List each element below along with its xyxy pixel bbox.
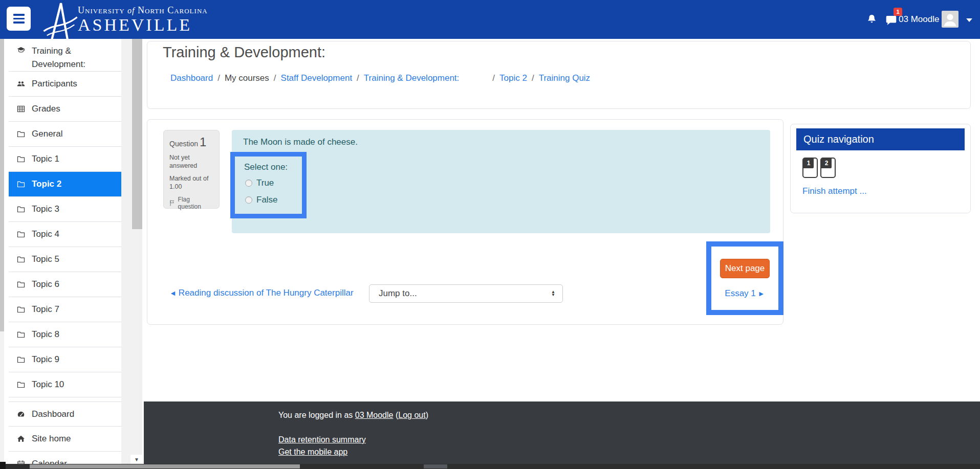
get-mobile-app-link[interactable]: Get the mobile app	[278, 448, 347, 456]
grades-table-icon	[17, 105, 25, 113]
quiznav-question-1-button[interactable]: 1	[802, 158, 818, 178]
breadcrumb-separator: /	[532, 73, 534, 83]
finish-attempt-link[interactable]: Finish attempt ...	[802, 186, 867, 196]
question-number-line: Question1	[169, 135, 213, 149]
data-retention-link-row: Data retention summary	[278, 435, 366, 444]
sidebar-item-grades[interactable]: Grades	[9, 97, 121, 122]
sidebar-item-label: Topic 8	[32, 329, 59, 340]
question-2-number: 2	[821, 159, 832, 168]
flag-question-link[interactable]: Flag question	[169, 196, 213, 210]
page-footer	[144, 401, 980, 469]
sidebar-item-participants[interactable]: Participants	[9, 72, 121, 97]
horizontal-scrollbar-segment	[424, 464, 447, 468]
sidebar-item-label: Topic 9	[32, 354, 59, 365]
horizontal-scrollbar-thumb[interactable]	[30, 464, 300, 468]
sidebar-item-label: Topic 3	[32, 204, 59, 214]
folder-icon	[17, 381, 25, 389]
page-title: Training & Development:	[163, 44, 325, 61]
answer-prompt: Select one:	[244, 162, 288, 172]
sidebar-item-topic7[interactable]: Topic 7	[9, 297, 121, 322]
quiznav-question-2-button[interactable]: 2	[820, 158, 836, 178]
sidebar-item-label: Grades	[32, 104, 60, 114]
sidebar-item-label: Topic 6	[32, 279, 59, 289]
sidebar-item-topic10[interactable]: Topic 10	[9, 372, 121, 397]
scroll-down-arrow-icon: ▼	[134, 457, 139, 462]
folder-icon	[17, 130, 25, 138]
users-icon	[17, 80, 25, 88]
folder-icon	[17, 205, 25, 213]
breadcrumb-training-quiz[interactable]: Training Quiz	[539, 73, 590, 83]
folder-icon	[17, 180, 25, 188]
sidebar-item-course[interactable]: Training & Development:	[9, 39, 121, 72]
sidebar-item-dashboard[interactable]: Dashboard	[9, 401, 121, 427]
sidebar-section-gap	[9, 397, 121, 401]
sidebar-item-label: Topic 7	[32, 304, 59, 315]
breadcrumb-separator: /	[492, 73, 495, 83]
sidebar-item-label: Topic 10	[32, 379, 64, 390]
sidebar-item-label: Training & Development:	[32, 44, 94, 72]
breadcrumb-topic2[interactable]: Topic 2	[499, 73, 527, 83]
option-true[interactable]: True	[245, 178, 274, 188]
sidebar-item-label: Dashboard	[32, 409, 74, 419]
menu-toggle-button[interactable]	[7, 7, 31, 31]
avatar[interactable]	[942, 11, 959, 28]
sidebar-item-topic4[interactable]: Topic 4	[9, 222, 121, 247]
breadcrumb-staff-development[interactable]: Staff Development	[281, 73, 353, 83]
user-menu-caret-icon[interactable]	[966, 18, 972, 22]
next-activity-link[interactable]: Essay 1►	[706, 288, 783, 299]
breadcrumb-course[interactable]: Training & Development:	[364, 73, 459, 83]
question-info-box: Question1 Not yet answered Marked out of…	[163, 130, 220, 209]
sidebar-left-scroll-thumb[interactable]	[0, 39, 4, 331]
home-icon	[17, 435, 25, 443]
jump-to-select[interactable]: Jump to... ▲▼	[369, 284, 563, 303]
folder-icon	[17, 305, 25, 314]
scrollbar-corner	[0, 462, 6, 469]
logo-asheville-line: ASHEVILLE	[78, 16, 208, 34]
jump-to-value: Jump to...	[379, 288, 417, 299]
notifications-bell-icon[interactable]	[866, 13, 878, 26]
sidebar-item-topic8[interactable]: Topic 8	[9, 322, 121, 347]
logo-university-line: University of North Carolina	[78, 5, 208, 16]
folder-icon	[17, 155, 25, 163]
header-username[interactable]: 03 Moodle	[899, 13, 939, 26]
folder-icon	[17, 280, 25, 288]
sidebar-scroll-down-button[interactable]: ▼	[130, 455, 143, 465]
sidebar-item-label: Topic 4	[32, 229, 59, 239]
previous-activity-link[interactable]: ◄Reading discussion of The Hungry Caterp…	[169, 288, 354, 298]
graduation-cap-icon	[17, 46, 25, 54]
logout-link[interactable]: Log out	[398, 411, 425, 419]
sidebar-item-topic9[interactable]: Topic 9	[9, 347, 121, 372]
question-text: The Moon is made of cheese.	[243, 137, 358, 147]
folder-icon	[17, 230, 25, 238]
prev-arrow-icon: ◄	[169, 289, 177, 297]
sidebar-item-label: Topic 1	[32, 154, 59, 164]
messages-icon[interactable]	[885, 15, 898, 26]
breadcrumb-separator: /	[357, 73, 359, 83]
radio-true[interactable]	[245, 180, 252, 187]
sidebar-item-label: General	[32, 129, 62, 139]
next-page-button[interactable]: Next page	[720, 259, 770, 278]
course-nav-drawer: Training & Development: Participants Gra…	[9, 39, 121, 469]
sidebar-item-topic6[interactable]: Topic 6	[9, 272, 121, 297]
breadcrumb-my-courses: My courses	[225, 73, 269, 83]
option-true-label: True	[256, 178, 274, 188]
sidebar-item-label: Site home	[32, 434, 71, 444]
sidebar-item-topic5[interactable]: Topic 5	[9, 247, 121, 272]
sidebar-item-topic1[interactable]: Topic 1	[9, 147, 121, 172]
flag-icon	[169, 199, 176, 207]
sidebar-item-topic2-active[interactable]: Topic 2	[9, 172, 121, 197]
radio-false[interactable]	[245, 196, 252, 204]
mobile-app-link-row: Get the mobile app	[278, 448, 347, 457]
data-retention-link[interactable]: Data retention summary	[278, 435, 366, 444]
sidebar-item-general[interactable]: General	[9, 122, 121, 147]
select-arrows-icon: ▲▼	[551, 291, 555, 297]
option-false[interactable]: False	[245, 195, 278, 205]
sidebar-item-topic3[interactable]: Topic 3	[9, 197, 121, 222]
dashboard-gauge-icon	[17, 410, 25, 418]
footer-user-link[interactable]: 03 Moodle	[355, 411, 394, 419]
sidebar-item-sitehome[interactable]: Site home	[9, 427, 121, 452]
question-marks: Marked out of 1.00	[169, 174, 213, 191]
breadcrumb-dashboard[interactable]: Dashboard	[170, 73, 213, 83]
breadcrumb-separator: /	[274, 73, 276, 83]
sidebar-scrollbar-thumb[interactable]	[132, 39, 142, 229]
